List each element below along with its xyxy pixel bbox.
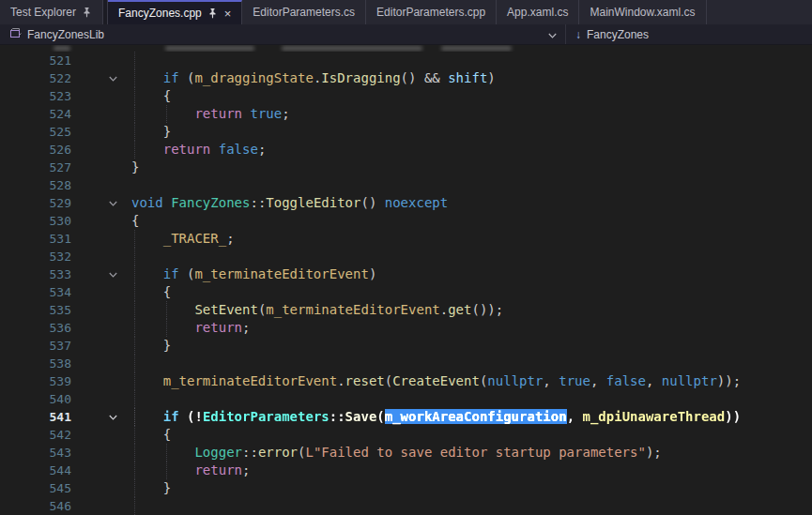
- line-number[interactable]: 535: [0, 301, 71, 319]
- token-kw: noexcept: [385, 195, 448, 210]
- code-line[interactable]: 528: [0, 176, 812, 194]
- code-line[interactable]: 527}: [0, 159, 812, 176]
- fold-chevron-icon[interactable]: [71, 69, 131, 87]
- indent-guide: [134, 355, 135, 372]
- clipped-line-fragment: [165, 46, 254, 51]
- pin-icon[interactable]: [82, 7, 92, 18]
- code-line[interactable]: 523{: [0, 87, 812, 105]
- tab-app-xaml-cs[interactable]: App.xaml.cs: [497, 0, 579, 24]
- code-line[interactable]: 537}: [0, 337, 812, 355]
- code-line[interactable]: 542{: [0, 426, 812, 444]
- line-number[interactable]: 522: [0, 69, 71, 87]
- code-tokens: {: [131, 212, 139, 230]
- line-number[interactable]: 543: [0, 444, 71, 462]
- token-plain: (: [179, 266, 195, 281]
- token-plain: ;: [242, 462, 250, 477]
- token-plain: ());: [471, 302, 503, 317]
- line-number[interactable]: 545: [0, 479, 71, 497]
- code-tokens: SetEvent(m_terminateEditorEvent.get());: [131, 301, 503, 319]
- token-plain: ,: [646, 373, 662, 388]
- fold-column: [71, 141, 131, 159]
- code-tokens: Logger::error(L"Failed to save editor st…: [131, 444, 662, 462]
- pin-icon[interactable]: [207, 8, 218, 19]
- line-number[interactable]: 546: [0, 497, 71, 515]
- scope-dropdown[interactable]: ↓ FancyZones: [565, 24, 812, 44]
- code-line[interactable]: 541if (!EditorParameters::Save(m_workAre…: [0, 408, 812, 426]
- line-number[interactable]: 527: [0, 159, 71, 176]
- code-line[interactable]: 538: [0, 355, 812, 372]
- tab-test-explorer[interactable]: Test Explorer: [0, 0, 103, 24]
- tab-editorparameters-cs[interactable]: EditorParameters.cs: [242, 0, 366, 24]
- line-number[interactable]: 521: [0, 52, 71, 69]
- code-line[interactable]: 525}: [0, 123, 812, 141]
- fold-chevron-icon[interactable]: [71, 265, 131, 283]
- line-number[interactable]: 530: [0, 212, 71, 230]
- line-number[interactable]: 526: [0, 141, 71, 159]
- code-line[interactable]: 530{: [0, 212, 812, 230]
- fold-chevron-icon[interactable]: [71, 194, 131, 212]
- code-tokens: return;: [131, 462, 250, 479]
- clipped-code-line: [0, 45, 812, 52]
- fold-column: [71, 123, 131, 141]
- line-number[interactable]: 544: [0, 462, 71, 479]
- line-number[interactable]: 529: [0, 194, 71, 212]
- code-line[interactable]: 521: [0, 52, 812, 69]
- line-number[interactable]: 524: [0, 105, 71, 123]
- code-line[interactable]: 533if (m_terminateEditorEvent): [0, 265, 812, 283]
- line-number[interactable]: 541: [0, 408, 71, 426]
- line-number[interactable]: 531: [0, 230, 71, 248]
- fold-column: [71, 212, 131, 230]
- code-line[interactable]: 539m_terminateEditorEvent.reset(CreateEv…: [0, 372, 812, 390]
- line-number[interactable]: 528: [0, 176, 71, 194]
- fold-column: [71, 372, 131, 390]
- code-line[interactable]: 536return;: [0, 319, 812, 337]
- code-line[interactable]: 543Logger::error(L"Failed to save editor…: [0, 444, 812, 462]
- line-number[interactable]: 532: [0, 248, 71, 265]
- close-icon[interactable]: ×: [224, 8, 232, 20]
- code-line[interactable]: 544return;: [0, 462, 812, 479]
- fold-chevron-icon[interactable]: [71, 408, 131, 426]
- line-number[interactable]: 525: [0, 123, 71, 141]
- indent-guide: [134, 462, 135, 479]
- member-arrow-icon: ↓: [575, 28, 581, 41]
- code-line[interactable]: 529void FancyZones::ToggleEditor() noexc…: [0, 194, 812, 212]
- code-tokens: {: [131, 283, 171, 301]
- code-line[interactable]: 546: [0, 497, 812, 515]
- line-number[interactable]: 533: [0, 265, 71, 283]
- code-line[interactable]: 532: [0, 248, 812, 265]
- line-number[interactable]: 538: [0, 355, 71, 372]
- token-plain: ;: [258, 142, 266, 157]
- project-dropdown[interactable]: FancyZonesLib: [0, 24, 565, 44]
- indent-guide: [134, 479, 135, 497]
- code-tokens: return;: [131, 319, 250, 337]
- code-line[interactable]: 526return false;: [0, 141, 812, 159]
- indent-guide: [134, 337, 135, 355]
- tab-fancyzones-cpp[interactable]: FancyZones.cpp ×: [108, 0, 242, 24]
- fold-column: [71, 52, 131, 69]
- code-editor[interactable]: 521522if (m_draggingState.IsDragging() &…: [0, 45, 812, 515]
- code-line[interactable]: 540: [0, 390, 812, 408]
- line-number[interactable]: 534: [0, 283, 71, 301]
- code-line[interactable]: 534{: [0, 283, 812, 301]
- code-text: SetEvent(m_terminateEditorEvent.get());: [131, 301, 812, 319]
- token-plain: }: [131, 159, 139, 174]
- token-fn: error: [258, 445, 298, 460]
- line-number[interactable]: 540: [0, 390, 71, 408]
- tab-mainwindow-xaml-cs[interactable]: MainWindow.xaml.cs: [579, 0, 706, 24]
- line-number[interactable]: 537: [0, 337, 71, 355]
- code-line[interactable]: 535SetEvent(m_terminateEditorEvent.get()…: [0, 301, 812, 319]
- tab-editorparameters-cpp[interactable]: EditorParameters.cpp: [366, 0, 497, 24]
- code-line[interactable]: 522if (m_draggingState.IsDragging() && s…: [0, 69, 812, 87]
- indent-guide: [134, 319, 135, 337]
- token-type: Logger: [194, 445, 242, 460]
- clipped-line-fragment: [54, 46, 70, 51]
- chevron-down-icon[interactable]: [548, 28, 557, 41]
- code-line[interactable]: 531_TRACER_;: [0, 230, 812, 248]
- line-number[interactable]: 542: [0, 426, 71, 444]
- tab-label: App.xaml.cs: [507, 6, 568, 19]
- line-number[interactable]: 539: [0, 372, 71, 390]
- code-line[interactable]: 545}: [0, 479, 812, 497]
- line-number[interactable]: 536: [0, 319, 71, 337]
- code-line[interactable]: 524return true;: [0, 105, 812, 123]
- line-number[interactable]: 523: [0, 87, 71, 105]
